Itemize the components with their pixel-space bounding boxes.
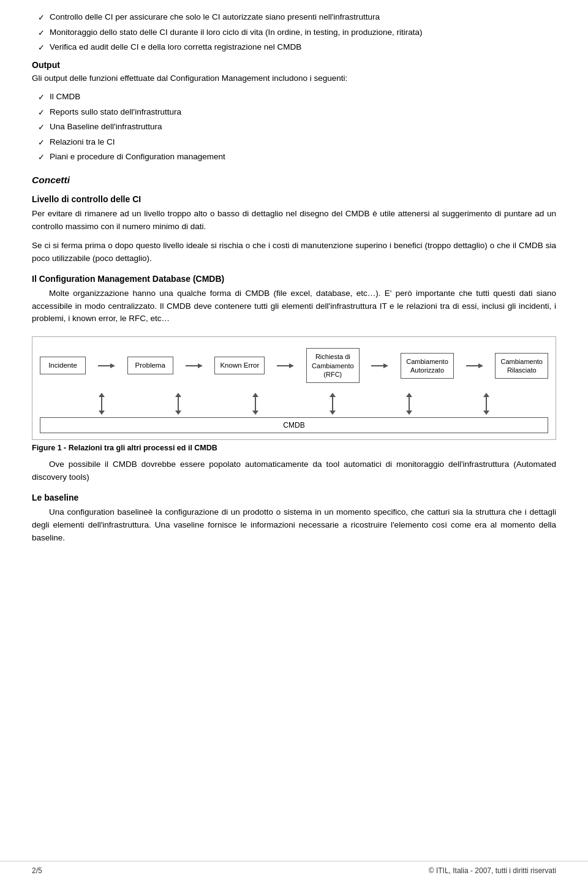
output-label: Output [32,60,556,70]
bullet-text: Piani e procedure di Configuration manag… [50,151,225,163]
svg-marker-1 [110,363,115,368]
checkmark-icon: ✓ [38,137,45,149]
list-item: ✓ Il CMDB [38,91,556,104]
svg-marker-5 [289,363,294,368]
box-camb-autorizzato: CambiamentoAutorizzato [401,353,453,379]
diagram-arrows-row [40,393,548,415]
baseline-text: Una configuration baselineè la configura… [32,506,556,545]
livello-title: Livello di controllo delle CI [32,194,556,204]
arrow-1 [98,362,115,369]
output-bullet-list: ✓ Il CMDB ✓ Reports sullo stato dell'inf… [32,91,556,164]
arrow-2 [186,362,203,369]
livello-text2: Se ci si ferma prima o dopo questo livel… [32,240,556,265]
list-item: ✓ Monitoraggio dello stato delle CI dura… [38,26,556,39]
box-camb-rilasciato: CambiamentoRilasciato [495,353,548,379]
list-item: ✓ Reports sullo stato dell'infrastruttur… [38,106,556,119]
arrow-5 [466,362,483,369]
arrow-3 [277,362,294,369]
concetti-heading: Concetti [32,175,556,186]
checkmark-icon: ✓ [38,151,45,164]
checkmark-icon: ✓ [38,121,45,134]
checkmark-icon: ✓ [38,27,45,39]
livello-text: Per evitare di rimanere ad un livello tr… [32,208,556,233]
checkmark-icon: ✓ [38,12,45,24]
bullet-text: Una Baseline dell'infrastruttura [50,121,162,133]
list-item: ✓ Piani e procedure di Configuration man… [38,151,556,164]
svg-marker-9 [478,363,483,368]
arrow-4 [371,362,388,369]
bullet-text: Reports sullo stato dell'infrastruttura [50,106,181,118]
dbl-arrow-3 [252,393,258,415]
checkmark-icon: ✓ [38,107,45,119]
list-item: ✓ Verifica ed audit delle CI e della lor… [38,41,556,54]
list-item: ✓ Controllo delle CI per assicurare che … [38,11,556,24]
baseline-title: Le baseline [32,493,556,502]
box-rfc: Richiesta diCambiamento(RFC) [306,348,359,383]
list-item: ✓ Relazioni tra le CI [38,136,556,149]
cmdb-bar: CMDB [40,417,548,433]
box-known-error: Known Error [214,357,265,374]
bullet-text: Verifica ed audit delle CI e della loro … [50,41,301,53]
page-footer: 2/5 © ITIL, Italia - 2007, tutti i dirit… [0,861,588,875]
dbl-arrow-6 [483,393,489,415]
dbl-arrow-2 [175,393,181,415]
svg-marker-7 [383,363,388,368]
page-content: ✓ Controllo delle CI per assicurare che … [0,0,588,588]
box-problema: Problema [127,357,173,374]
dbl-arrow-5 [406,393,412,415]
svg-marker-3 [198,363,203,368]
list-item: ✓ Una Baseline dell'infrastruttura [38,121,556,134]
cmdb-title: Il Configuration Management Database (CM… [32,274,556,284]
page-number: 2/5 [32,866,42,875]
box-incidente: Incidente [40,357,86,374]
bullet-text: Controllo delle CI per assicurare che so… [50,11,380,23]
copyright: © ITIL, Italia - 2007, tutti i diritti r… [429,866,556,875]
dbl-arrow-1 [99,393,105,415]
bullet-text: Relazioni tra le CI [50,136,115,148]
checkmark-icon: ✓ [38,42,45,54]
cmdb-text1: Molte organizzazione hanno una qualche f… [32,287,556,326]
bullet-text: Monitoraggio dello stato delle CI durant… [50,26,423,39]
bullet-text: Il CMDB [50,91,80,103]
checkmark-icon: ✓ [38,91,45,104]
figure-caption: Figure 1 - Relazioni tra gli altri proce… [32,444,556,452]
cmdb-text2: Ove possibile il CMDB dovrebbe essere po… [32,458,556,484]
output-intro: Gli output delle funzioni effettuate dal… [32,72,556,85]
top-bullet-list: ✓ Controllo delle CI per assicurare che … [32,11,556,54]
cmdb-diagram: Incidente Problema Known Error [32,336,556,440]
dbl-arrow-4 [330,393,336,415]
diagram-boxes-row: Incidente Problema Known Error [40,348,548,383]
